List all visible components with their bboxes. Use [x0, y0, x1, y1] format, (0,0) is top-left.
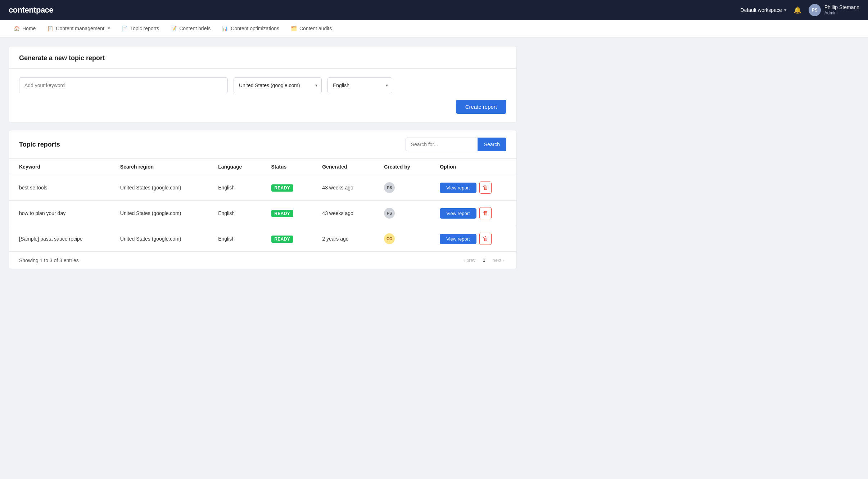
- cell-generated: 2 years ago: [312, 226, 374, 252]
- user-role: Admin: [824, 10, 859, 16]
- bell-icon[interactable]: 🔔: [794, 6, 801, 14]
- next-page-button[interactable]: next ›: [490, 257, 506, 264]
- content-briefs-icon: 📝: [171, 26, 177, 31]
- chevron-down-icon: ▾: [108, 26, 110, 31]
- generate-form-footer: Create report: [19, 100, 506, 114]
- subnav-label-content-briefs: Content briefs: [179, 26, 211, 31]
- avatar: CO: [384, 233, 395, 244]
- col-generated: Generated: [312, 159, 374, 175]
- topbar: contentpace Default workspace ▾ 🔔 PS Phi…: [0, 0, 868, 20]
- search-row: Search: [406, 138, 506, 151]
- pagination: ‹ prev 1 next ›: [461, 257, 506, 264]
- cell-keyword: how to plan your day: [9, 201, 110, 226]
- trash-icon: 🗑: [483, 184, 488, 191]
- sidebar-item-topic-reports[interactable]: 📄 Topic reports: [117, 20, 164, 37]
- action-row: View report 🗑: [440, 182, 506, 194]
- avatar: PS: [384, 208, 395, 219]
- subnav-label-content-management: Content management: [56, 26, 104, 31]
- view-report-button[interactable]: View report: [440, 208, 476, 219]
- cell-status: READY: [261, 175, 312, 201]
- reports-table: Keyword Search region Language Status Ge…: [9, 159, 516, 251]
- sidebar-item-content-optimizations[interactable]: 📊 Content optimizations: [217, 20, 284, 37]
- workspace-selector[interactable]: Default workspace ▾: [741, 7, 786, 13]
- generate-form-row: United States (google.com) United Kingdo…: [19, 77, 506, 93]
- cell-language: English: [208, 226, 261, 252]
- status-badge: READY: [271, 236, 294, 243]
- region-select[interactable]: United States (google.com) United Kingdo…: [234, 77, 322, 93]
- cell-language: English: [208, 201, 261, 226]
- generate-card: Generate a new topic report United State…: [9, 46, 517, 123]
- cell-generated: 43 weeks ago: [312, 201, 374, 226]
- workspace-chevron-icon: ▾: [784, 8, 786, 13]
- delete-button[interactable]: 🗑: [479, 233, 492, 245]
- cell-search-region: United States (google.com): [110, 201, 208, 226]
- subnav-label-content-audits: Content audits: [299, 26, 332, 31]
- topic-reports-card: Topic reports Search Keyword Search regi…: [9, 130, 517, 269]
- generate-card-body: United States (google.com) United Kingdo…: [9, 69, 516, 122]
- user-info: Phillip Stemann Admin: [824, 4, 859, 16]
- sidebar-item-content-briefs[interactable]: 📝 Content briefs: [166, 20, 216, 37]
- content-audits-icon: 🗂️: [291, 26, 297, 31]
- workspace-label: Default workspace: [741, 7, 782, 13]
- user-name: Phillip Stemann: [824, 4, 859, 10]
- cell-created-by: CO: [374, 226, 430, 252]
- region-select-wrapper: United States (google.com) United Kingdo…: [234, 77, 322, 93]
- action-row: View report 🗑: [440, 233, 506, 245]
- cell-option: View report 🗑: [430, 175, 516, 201]
- delete-button[interactable]: 🗑: [479, 207, 492, 219]
- table-footer: Showing 1 to 3 of 3 entries ‹ prev 1 nex…: [9, 251, 516, 269]
- keyword-input[interactable]: [19, 77, 228, 93]
- subnav-label-topic-reports: Topic reports: [130, 26, 159, 31]
- create-report-button[interactable]: Create report: [456, 100, 506, 114]
- status-badge: READY: [271, 184, 294, 192]
- trash-icon: 🗑: [483, 236, 488, 242]
- action-row: View report 🗑: [440, 207, 506, 219]
- col-keyword: Keyword: [9, 159, 110, 175]
- search-input[interactable]: [406, 138, 478, 151]
- view-report-button[interactable]: View report: [440, 183, 476, 193]
- col-search-region: Search region: [110, 159, 208, 175]
- content-management-icon: 📋: [47, 26, 53, 31]
- cell-keyword: [Sample] pasta sauce recipe: [9, 226, 110, 252]
- subnav-label-content-optimizations: Content optimizations: [231, 26, 279, 31]
- view-report-button[interactable]: View report: [440, 234, 476, 244]
- avatar: PS: [384, 182, 395, 193]
- subnav-label-home: Home: [22, 26, 36, 31]
- content-optimizations-icon: 📊: [222, 26, 228, 31]
- cell-created-by: PS: [374, 175, 430, 201]
- reports-header: Topic reports Search: [9, 130, 516, 159]
- cell-search-region: United States (google.com): [110, 226, 208, 252]
- prev-page-button[interactable]: ‹ prev: [461, 257, 478, 264]
- sidebar-item-home[interactable]: 🏠 Home: [9, 20, 41, 37]
- status-badge: READY: [271, 210, 294, 217]
- main-content: Generate a new topic report United State…: [0, 37, 525, 285]
- language-select-wrapper: English Spanish French German Italian ▾: [327, 77, 392, 93]
- table-row: how to plan your day United States (goog…: [9, 201, 516, 226]
- topic-reports-icon: 📄: [122, 26, 128, 31]
- cell-created-by: PS: [374, 201, 430, 226]
- trash-icon: 🗑: [483, 210, 488, 216]
- cell-status: READY: [261, 226, 312, 252]
- page-1-button[interactable]: 1: [480, 257, 487, 264]
- col-created-by: Created by: [374, 159, 430, 175]
- sidebar-item-content-management[interactable]: 📋 Content management ▾: [42, 20, 115, 37]
- cell-keyword: best se tools: [9, 175, 110, 201]
- home-icon: 🏠: [14, 26, 20, 31]
- cell-option: View report 🗑: [430, 226, 516, 252]
- table-row: best se tools United States (google.com)…: [9, 175, 516, 201]
- cell-search-region: United States (google.com): [110, 175, 208, 201]
- language-select[interactable]: English Spanish French German Italian: [327, 77, 392, 93]
- sidebar-item-content-audits[interactable]: 🗂️ Content audits: [286, 20, 337, 37]
- app-logo: contentpace: [9, 5, 53, 15]
- subnav: 🏠 Home 📋 Content management ▾ 📄 Topic re…: [0, 20, 868, 37]
- cell-generated: 43 weeks ago: [312, 175, 374, 201]
- col-status: Status: [261, 159, 312, 175]
- table-head: Keyword Search region Language Status Ge…: [9, 159, 516, 175]
- search-button[interactable]: Search: [478, 138, 506, 151]
- col-option: Option: [430, 159, 516, 175]
- cell-language: English: [208, 175, 261, 201]
- delete-button[interactable]: 🗑: [479, 182, 492, 194]
- reports-title: Topic reports: [19, 141, 60, 148]
- generate-card-title: Generate a new topic report: [9, 46, 516, 69]
- cell-option: View report 🗑: [430, 201, 516, 226]
